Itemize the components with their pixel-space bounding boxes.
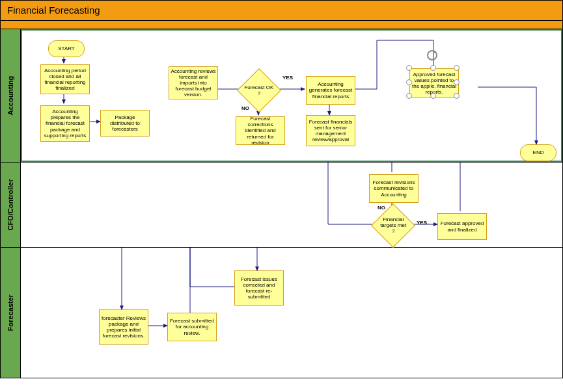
start-node: START (48, 40, 85, 57)
box-distribute: Package distributed to forecasters (100, 110, 150, 137)
lane-forecaster: Forecaster forecaster Reviews package an… (1, 248, 562, 378)
resize-handle[interactable] (406, 65, 412, 71)
box-review-import: Accounting reviews forecast and imports … (169, 66, 218, 99)
lane-label-cfo: CFO/Controller (1, 163, 21, 247)
lane-accounting: Accounting STAR (1, 29, 562, 163)
box-approved-final: Forecast approved and finalized (437, 213, 487, 240)
label-yes-2: YES (417, 220, 427, 226)
resize-handle[interactable] (406, 93, 412, 99)
label-no-1: NO (241, 105, 249, 111)
resize-handle[interactable] (454, 65, 460, 71)
resize-handle[interactable] (406, 79, 412, 85)
label-yes-1: YES (282, 75, 293, 81)
diagram-title: Financial Forecasting (0, 0, 563, 21)
selected-node[interactable]: Approved forecast values pointed to the … (409, 68, 458, 98)
box-issues-corrected: Forecast issues corrected and forecast r… (234, 270, 284, 306)
resize-handle[interactable] (430, 65, 436, 71)
label-no-2: NO (378, 205, 385, 211)
rotate-icon[interactable] (426, 49, 439, 62)
box-prepare-package: Accounting prepares the financial foreca… (40, 105, 90, 142)
header-bar (0, 21, 563, 29)
lane-label-accounting: Accounting (1, 29, 21, 162)
lane-cfo: CFO/Controller Forecast revisions commun… (1, 163, 562, 248)
box-forecaster-reviews: forecaster Reviews package and prepares … (99, 309, 148, 345)
end-node: END (520, 144, 556, 161)
arrows-accounting (22, 31, 563, 161)
resize-handle[interactable] (454, 79, 460, 85)
box-corrections: Forecast corrections identified and retu… (236, 116, 285, 145)
box-revisions-comm: Forecast revisions communicated to Accou… (369, 174, 419, 203)
lanes: Accounting STAR (0, 29, 563, 378)
resize-handle[interactable] (454, 93, 460, 99)
resize-handle[interactable] (430, 93, 436, 99)
swimlane-diagram: Financial Forecasting Accounting (0, 0, 563, 392)
box-submitted: Forecast submitted for accounting review… (167, 313, 217, 341)
box-period-closed: Accounting period closed and all financi… (40, 64, 90, 94)
box-sent-mgmt: Forecast financials sent for senior mana… (306, 115, 355, 146)
box-gen-reports: Accounting generates forecast financial … (306, 76, 355, 105)
lane-label-forecaster: Forecaster (1, 248, 21, 378)
